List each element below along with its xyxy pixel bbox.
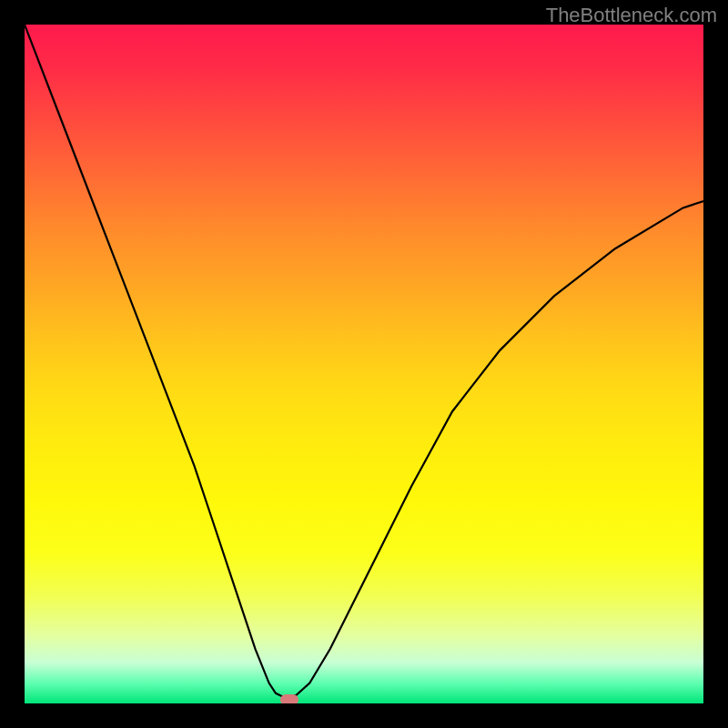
watermark-text: TheBottleneck.com: [546, 4, 717, 27]
bottleneck-curve: [25, 25, 703, 703]
optimal-marker: [280, 694, 298, 703]
chart-plot-area: [25, 25, 703, 703]
